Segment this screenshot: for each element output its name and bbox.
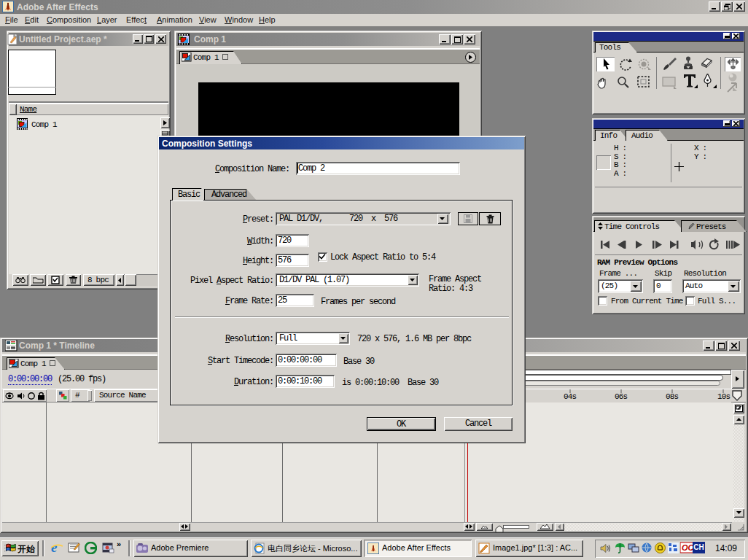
svg-text:OC: OC: [682, 543, 693, 552]
